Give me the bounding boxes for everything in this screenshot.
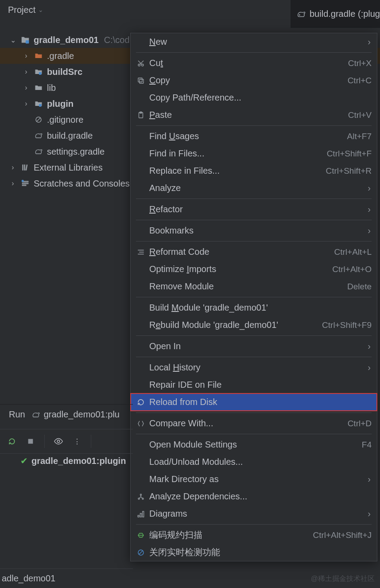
chevron-right-icon: › <box>368 341 372 351</box>
svg-rect-25 <box>138 515 139 517</box>
menu-item-label: Local History <box>149 362 368 373</box>
chevron-right-icon[interactable]: › <box>22 100 30 108</box>
menu-item[interactable]: Build Module 'gradle_demo01' <box>131 299 377 316</box>
menu-item[interactable]: Mark Directory as› <box>131 471 377 488</box>
menu-item[interactable]: Copy Path/Reference... <box>131 89 377 106</box>
scratch-icon <box>20 179 30 188</box>
menu-item[interactable]: Refactor› <box>131 201 377 218</box>
menu-shortcut: Ctrl+Alt+L <box>334 247 372 257</box>
menu-shortcut: F4 <box>362 440 372 450</box>
ignore-file-icon <box>34 115 43 125</box>
menu-item-label: Remove Module <box>149 281 347 292</box>
context-menu: New›CutCtrl+XCopyCtrl+CCopy Path/Referen… <box>130 33 377 561</box>
menu-shortcut: Ctrl+V <box>348 110 372 120</box>
menu-item[interactable]: Load/Unload Modules... <box>131 453 377 471</box>
chevron-right-icon[interactable]: › <box>22 68 30 76</box>
svg-rect-6 <box>22 164 23 170</box>
forbid-icon <box>137 549 149 557</box>
menu-item[interactable]: 编码规约扫描Ctrl+Alt+Shift+J <box>131 526 377 544</box>
run-tab-label[interactable]: Run <box>9 409 25 420</box>
chevron-right-icon[interactable]: › <box>22 52 30 60</box>
reformat-icon <box>137 248 149 256</box>
chevron-right-icon: › <box>368 362 372 373</box>
menu-item-label: Copy <box>149 75 348 86</box>
editor-tab[interactable]: build.gradle (:plug <box>291 0 380 28</box>
module-folder-icon <box>34 67 43 77</box>
menu-item-label: 关闭实时检测功能 <box>149 546 372 558</box>
svg-rect-10 <box>22 183 28 184</box>
menu-item[interactable]: Reformat CodeCtrl+Alt+L <box>131 243 377 261</box>
menu-item[interactable]: CutCtrl+X <box>131 55 377 72</box>
editor-tab-label: build.gradle (:plug <box>310 9 380 19</box>
rerun-button[interactable] <box>7 436 17 446</box>
menu-item[interactable]: Open In› <box>131 338 377 355</box>
project-panel-label[interactable]: Project ⌄ <box>8 5 43 15</box>
menu-shortcut: Delete <box>347 282 372 292</box>
menu-item-label: Mark Directory as <box>149 474 368 484</box>
menu-item-label: Analyze <box>149 183 368 193</box>
menu-item-label: Build Module 'gradle_demo01' <box>149 303 372 313</box>
menu-item-label: Optimize Imports <box>149 264 332 274</box>
svg-point-31 <box>57 440 60 443</box>
menu-item[interactable]: Replace in Files...Ctrl+Shift+R <box>131 162 377 179</box>
menu-item[interactable]: Diagrams› <box>131 505 377 522</box>
menu-item-label: Compare With... <box>149 418 348 428</box>
menu-item[interactable]: Find UsagesAlt+F7 <box>131 128 377 145</box>
menu-item[interactable]: Rebuild Module 'gradle_demo01'Ctrl+Shift… <box>131 316 377 334</box>
gradle-icon <box>296 9 306 19</box>
menu-item-label: Reformat Code <box>149 247 334 257</box>
menu-item-label: Diagrams <box>149 509 368 519</box>
chevron-right-icon[interactable]: › <box>22 84 30 92</box>
diagram-icon <box>137 510 149 518</box>
chevron-right-icon: › <box>368 37 372 47</box>
scan-icon <box>137 531 149 539</box>
chevron-right-icon[interactable]: › <box>9 164 17 171</box>
paste-icon <box>137 111 149 119</box>
stop-button[interactable] <box>26 436 35 446</box>
run-panel-header: Run gradle_demo01:plu <box>0 404 133 424</box>
menu-item-label: Paste <box>149 110 348 120</box>
watermark: @稀土掘金技术社区 <box>311 574 375 584</box>
menu-shortcut: Ctrl+X <box>348 58 372 68</box>
menu-item-label: Reload from Disk <box>149 397 372 407</box>
excluded-folder-icon <box>34 51 43 61</box>
menu-item[interactable]: CopyCtrl+C <box>131 72 377 89</box>
menu-item[interactable]: Reload from Disk <box>131 393 377 411</box>
chevron-right-icon[interactable]: › <box>9 179 17 187</box>
menu-item[interactable]: Repair IDE on File <box>131 376 377 393</box>
check-icon: ✔ <box>20 456 28 466</box>
chevron-down-icon[interactable]: ⌄ <box>9 36 17 44</box>
run-task-tab[interactable]: gradle_demo01:plu <box>31 409 120 420</box>
svg-line-29 <box>139 550 143 554</box>
menu-item[interactable]: Open Module SettingsF4 <box>131 436 377 453</box>
menu-item[interactable]: Local History› <box>131 359 377 376</box>
menu-item[interactable]: Compare With...Ctrl+D <box>131 415 377 432</box>
svg-rect-21 <box>138 253 144 254</box>
more-button[interactable]: ⋮ <box>72 436 82 446</box>
svg-rect-19 <box>138 249 144 250</box>
svg-rect-26 <box>140 513 142 517</box>
run-toolbar: ⋮ <box>0 429 133 454</box>
menu-item-label: 编码规约扫描 <box>149 529 313 541</box>
run-result-row[interactable]: ✔ gradle_demo01:plugin <box>0 456 126 466</box>
menu-item[interactable]: Remove ModuleDelete <box>131 278 377 295</box>
menu-item[interactable]: 关闭实时检测功能 <box>131 544 377 561</box>
menu-item-label: Refactor <box>149 204 368 214</box>
menu-item[interactable]: New› <box>131 33 377 51</box>
menu-shortcut: Ctrl+Alt+O <box>332 265 372 274</box>
menu-item-label: Copy Path/Reference... <box>149 93 372 103</box>
compare-icon <box>137 420 149 428</box>
folder-icon <box>34 83 43 93</box>
menu-item[interactable]: Analyze› <box>131 179 377 197</box>
menu-item[interactable]: Bookmarks› <box>131 222 377 239</box>
menu-item[interactable]: PasteCtrl+V <box>131 106 377 124</box>
svg-rect-3 <box>39 104 42 107</box>
menu-item[interactable]: Analyze Dependencies... <box>131 488 377 505</box>
svg-rect-20 <box>139 252 144 253</box>
gradle-icon <box>34 147 43 156</box>
menu-item[interactable]: Find in Files...Ctrl+Shift+F <box>131 145 377 162</box>
menu-item[interactable]: Optimize ImportsCtrl+Alt+O <box>131 261 377 278</box>
menu-item-label: Cut <box>149 58 348 68</box>
tree-root-name: gradle_demo01 <box>34 35 99 45</box>
view-button[interactable] <box>54 436 63 446</box>
